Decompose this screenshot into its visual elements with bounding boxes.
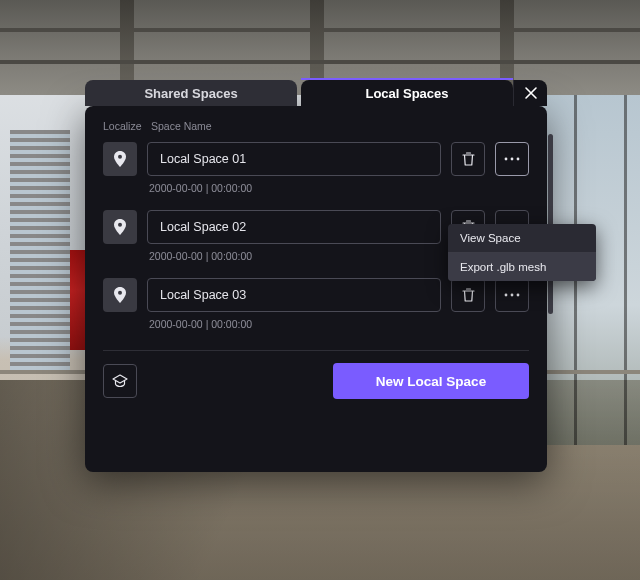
close-icon (524, 86, 538, 100)
menu-item-export-label: Export .glb mesh (460, 261, 546, 273)
column-header-space-name: Space Name (151, 120, 212, 132)
new-local-space-label: New Local Space (376, 374, 486, 389)
space-name-field[interactable]: Local Space 02 (147, 210, 441, 244)
more-icon (504, 157, 520, 161)
menu-item-view-label: View Space (460, 232, 521, 244)
bg-building (10, 130, 70, 370)
space-row: Local Space 01 (103, 142, 529, 176)
trash-icon (462, 288, 475, 302)
menu-item-view-space[interactable]: View Space (448, 224, 596, 252)
more-button[interactable] (495, 278, 529, 312)
tab-active-accent (301, 78, 513, 80)
svg-point-9 (505, 294, 508, 297)
new-local-space-button[interactable]: New Local Space (333, 363, 529, 399)
tab-local-label: Local Spaces (365, 86, 448, 101)
svg-point-10 (511, 294, 514, 297)
tab-shared-spaces[interactable]: Shared Spaces (85, 80, 297, 106)
pin-icon (113, 219, 127, 235)
space-timestamp: 2000-00-00 | 00:00:00 (149, 182, 529, 194)
tab-local-spaces[interactable]: Local Spaces (301, 80, 513, 106)
footer-divider (103, 350, 529, 351)
svg-point-8 (118, 291, 122, 295)
space-name-text: Local Space 03 (160, 288, 246, 302)
svg-point-11 (517, 294, 520, 297)
localize-button[interactable] (103, 278, 137, 312)
svg-point-2 (511, 158, 514, 161)
column-headers: Localize Space Name (103, 120, 529, 132)
pin-icon (113, 151, 127, 167)
space-timestamp: 2000-00-00 | 00:00:00 (149, 318, 529, 330)
svg-point-3 (517, 158, 520, 161)
space-row: Local Space 03 (103, 278, 529, 312)
tab-shared-label: Shared Spaces (144, 86, 237, 101)
localize-button[interactable] (103, 210, 137, 244)
space-name-field[interactable]: Local Space 01 (147, 142, 441, 176)
bg-red-column (70, 250, 86, 350)
space-name-text: Local Space 01 (160, 152, 246, 166)
delete-button[interactable] (451, 142, 485, 176)
tabs-bar: Shared Spaces Local Spaces (85, 80, 547, 106)
svg-point-4 (118, 223, 122, 227)
menu-item-export-glb[interactable]: Export .glb mesh (448, 253, 596, 281)
svg-point-1 (505, 158, 508, 161)
localize-button[interactable] (103, 142, 137, 176)
graduation-cap-icon (112, 374, 128, 388)
svg-point-0 (118, 155, 122, 159)
help-button[interactable] (103, 364, 137, 398)
close-button[interactable] (513, 80, 547, 106)
pin-icon (113, 287, 127, 303)
trash-icon (462, 152, 475, 166)
column-header-localize: Localize (103, 120, 137, 132)
context-menu: View Space Export .glb mesh (448, 224, 596, 281)
more-icon (504, 293, 520, 297)
more-button[interactable] (495, 142, 529, 176)
space-name-field[interactable]: Local Space 03 (147, 278, 441, 312)
spaces-panel: Shared Spaces Local Spaces Localize Spac… (85, 106, 547, 472)
panel-footer: New Local Space (103, 363, 529, 399)
delete-button[interactable] (451, 278, 485, 312)
panel-content: Localize Space Name Local Space 01 (85, 106, 547, 472)
space-name-text: Local Space 02 (160, 220, 246, 234)
